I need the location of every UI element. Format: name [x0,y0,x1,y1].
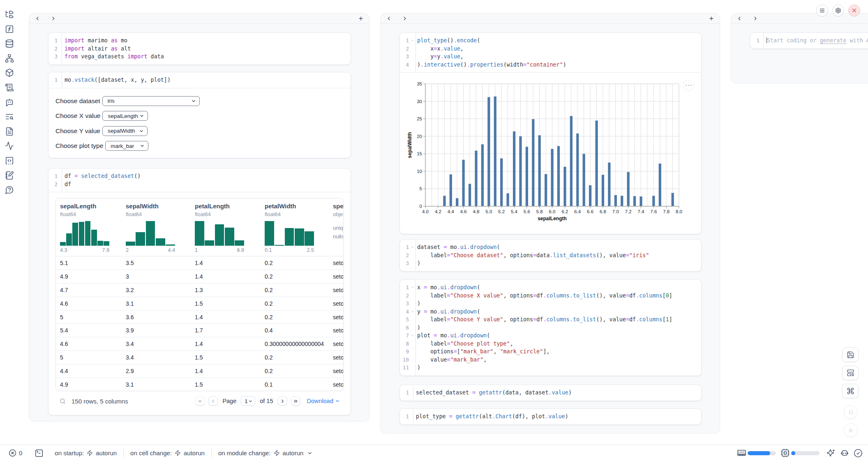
save-button[interactable] [842,348,859,362]
ai-assist-button[interactable] [826,449,836,458]
dropdown-select[interactable]: sepalWidth [102,126,148,136]
logs-scroll-icon[interactable] [5,83,14,92]
menu-button[interactable] [816,5,828,16]
stop-button[interactable] [844,405,858,419]
line-number: 7 [400,332,409,340]
chart-actions-button[interactable] [683,80,694,91]
tracing-activity-icon[interactable] [5,141,14,150]
page-select[interactable]: 1 [241,396,255,406]
table-row[interactable]: 53.61.40.2setosa [56,311,343,324]
dropdown-select[interactable]: mark_bar [105,141,148,151]
helper-sidebar [0,0,19,444]
shutdown-button[interactable] [848,5,860,16]
table-cell: 4.9 [60,378,68,391]
documentation-file-icon[interactable] [5,127,14,136]
table-row[interactable]: 4.931.40.2setosa [56,270,343,284]
column-left-icon[interactable] [736,16,742,21]
prev-page-button[interactable] [208,396,218,406]
terminal-button[interactable] [35,449,44,458]
table-cell: 3.4 [126,351,134,364]
settings-button[interactable] [832,5,844,16]
table-row[interactable]: 4.63.11.50.2setosa [56,297,343,311]
help-circle-icon[interactable] [5,185,14,194]
table-row[interactable]: 4.93.11.50.1setosa [56,378,343,391]
setting-value: autorun [283,449,304,456]
cpu-gauge[interactable] [780,448,820,458]
fold-chevron-icon[interactable] [409,284,416,292]
layout-button[interactable] [842,366,859,380]
download-button[interactable]: Download [307,398,340,404]
table-cell: setosa [333,270,344,283]
fold-chevron-icon[interactable] [409,243,416,251]
dropdown-select[interactable]: sepalLength [102,111,148,121]
table-cell: 2.9 [126,364,134,378]
code-editor[interactable]: 1import marimo as mo2import altair as al… [48,33,351,65]
copilot-button[interactable] [840,449,849,458]
file-tree-icon[interactable] [5,10,14,19]
text-search-icon[interactable] [5,112,14,121]
code-editor[interactable]: 1mo.vstack([dataset, x, y, plot]) [48,72,351,88]
column-right-icon[interactable] [753,16,758,21]
code-editor[interactable]: 1df = selected_dataset()2df [48,168,351,192]
column-right-icon[interactable] [51,16,56,21]
table-row[interactable]: 4.63.41.40.30000000000000004setosa [56,337,343,351]
code-line: 1plot_type = getattr(alt.Chart(df), plot… [400,413,701,421]
on-module-change-setting[interactable]: on module change: autorun [218,449,313,456]
page-count-label: of 15 [260,398,273,404]
code-text: plot_type = getattr(alt.Chart(df), plot.… [413,413,568,421]
notebook-cell-dataset-dropdown: 1dataset = mo.ui.dropdown(2 label="Choos… [399,239,702,272]
scratchpad-notebook-icon[interactable] [5,171,14,180]
function-square-icon[interactable] [5,25,14,34]
table-column-header[interactable]: sepalWidthfloat6424.4 [126,198,192,253]
dependencies-network-icon[interactable] [5,54,14,63]
code-editor[interactable]: 1plot_type = getattr(alt.Chart(df), plot… [400,409,701,424]
column-right-icon[interactable] [402,16,408,21]
code-editor[interactable]: 1plot_type().encode(2 x=x.value,3 y=y.va… [400,33,701,72]
memory-gauge[interactable] [737,448,776,458]
search-icon[interactable] [59,398,66,405]
last-page-button[interactable] [291,396,300,406]
table-column-header[interactable]: petalWidthfloat640.12.5 [265,198,330,253]
code-editor[interactable]: 1selected_dataset = getattr(data, datase… [400,385,701,401]
first-page-button[interactable] [195,396,205,406]
code-editor[interactable]: 1x = mo.ui.dropdown(2 label="Choose X va… [400,280,701,376]
table-row[interactable]: 53.41.50.2setosa [56,351,343,364]
errors-indicator[interactable]: 0 [9,449,22,457]
chat-bot-icon[interactable] [5,98,14,107]
next-page-button[interactable] [278,396,287,406]
error-count: 0 [19,449,22,456]
table-row[interactable]: 4.42.91.40.2setosa [56,364,343,378]
on-cell-change-setting[interactable]: on cell change: autorun [130,449,205,456]
vega-bar-chart[interactable]: 4.04.24.44.64.85.05.25.45.65.86.06.26.46… [407,79,683,228]
fold-chevron-icon[interactable] [409,332,416,340]
column-dtype: float64 [60,211,126,218]
fold-chevron-icon[interactable] [409,308,416,316]
table-row[interactable]: 5.43.91.70.4setosa [56,324,343,337]
database-icon[interactable] [5,39,14,48]
packages-box-icon[interactable] [5,68,14,77]
column-left-icon[interactable] [386,16,392,21]
code-line: 1mo.vstack([dataset, x, y, plot]) [48,76,351,84]
add-column-icon[interactable] [709,16,714,21]
add-column-icon[interactable] [358,16,364,21]
table-row[interactable]: 5.13.51.40.2setosa [56,256,343,270]
svg-text:6.8: 6.8 [600,209,606,214]
connection-status-button[interactable] [854,449,863,458]
svg-text:4.2: 4.2 [435,209,441,214]
table-column-header[interactable]: sepalLengthfloat644.37.9 [60,198,126,253]
table-column-header[interactable]: speciesobjectunique:nulls: [333,198,344,241]
table-column-header[interactable]: petalLengthfloat6416.9 [195,198,261,253]
table-row[interactable]: 4.73.21.30.2setosa [56,284,343,297]
dropdown-select[interactable]: iris [102,96,200,106]
fold-chevron-icon[interactable] [409,37,416,45]
code-editor[interactable]: 1dataset = mo.ui.dropdown(2 label="Choos… [400,240,701,271]
table-cell: 1.5 [195,351,203,364]
snippets-code-icon[interactable] [5,156,14,165]
command-palette-button[interactable] [842,384,859,398]
code-editor[interactable]: 1Start coding or generate with AI [750,33,868,48]
column-left-icon[interactable] [35,16,40,21]
run-button[interactable] [844,423,858,437]
line-number: 1 [400,413,409,421]
on-startup-setting[interactable]: on startup: autorun [55,449,117,456]
generate-with-ai-link[interactable]: generate [820,37,847,44]
